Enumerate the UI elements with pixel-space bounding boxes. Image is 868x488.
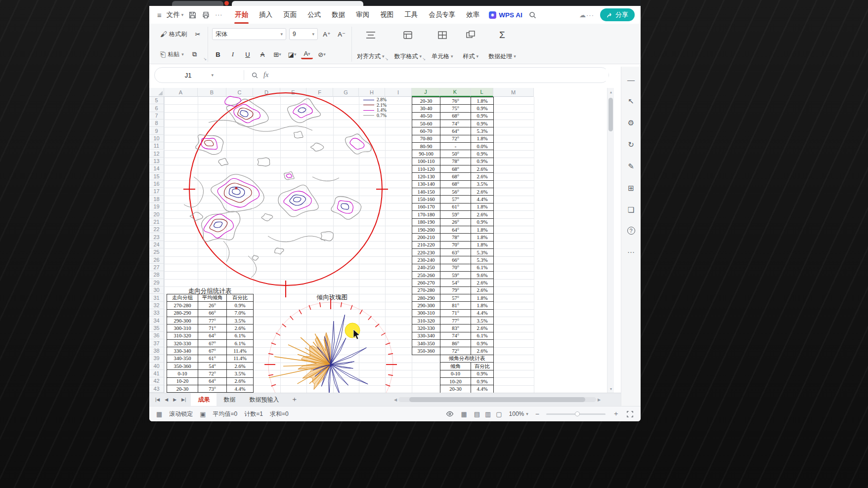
- cell[interactable]: 50-60: [412, 120, 440, 127]
- pen-icon[interactable]: ✎: [626, 162, 636, 171]
- cell[interactable]: 68°: [440, 165, 471, 173]
- font-color-button[interactable]: A▾: [301, 49, 313, 59]
- cell[interactable]: 90-100: [412, 150, 440, 158]
- ribbon-tab-工具[interactable]: 工具: [400, 6, 422, 24]
- cell[interactable]: 80-90: [412, 143, 440, 150]
- cell[interactable]: 50°: [440, 150, 471, 158]
- cell[interactable]: 百分比: [227, 294, 254, 302]
- cell[interactable]: 百分比: [471, 363, 494, 370]
- sheet-tab-成果[interactable]: 成果: [191, 393, 217, 407]
- cell[interactable]: 72°: [440, 347, 471, 355]
- cell[interactable]: 340-350: [167, 355, 198, 363]
- more-quick-actions-icon[interactable]: ···: [215, 11, 222, 18]
- share-button[interactable]: 分享: [600, 8, 635, 21]
- fx-icon[interactable]: fx: [263, 71, 268, 79]
- cell[interactable]: 66°: [198, 310, 227, 317]
- cell[interactable]: 67°: [198, 340, 227, 347]
- eye-icon[interactable]: [446, 410, 454, 418]
- book-icon[interactable]: ❏: [626, 205, 636, 215]
- dialog-launcher-icon[interactable]: ↘: [203, 57, 207, 61]
- vertical-scrollbar[interactable]: ▴ ▾: [607, 88, 614, 393]
- scroll-right-icon[interactable]: ▶: [596, 396, 602, 403]
- cell[interactable]: 0.9%: [471, 340, 494, 347]
- cloud-status-icon[interactable]: ☁···: [579, 11, 594, 19]
- wps-ai-button[interactable]: WPS AI: [489, 11, 522, 19]
- cell[interactable]: 0.9%: [471, 150, 494, 158]
- cell[interactable]: 0.9%: [471, 158, 494, 165]
- cell[interactable]: 67°: [198, 347, 227, 355]
- cell[interactable]: 64°: [198, 332, 227, 340]
- cell[interactable]: 71°: [198, 325, 227, 332]
- cell[interactable]: 220-230: [412, 249, 440, 256]
- document-tab-active[interactable]: [232, 1, 363, 6]
- dialog-launcher-icon[interactable]: ↘: [422, 57, 426, 61]
- cell[interactable]: 走向分组: [167, 294, 198, 302]
- search-icon[interactable]: [528, 11, 537, 19]
- cell[interactable]: 76°: [440, 97, 471, 105]
- zoom-in-button[interactable]: ＋: [612, 409, 619, 418]
- cell[interactable]: 86°: [440, 340, 471, 347]
- cell[interactable]: 54°: [440, 279, 471, 286]
- cell[interactable]: 71°: [440, 310, 471, 317]
- cell[interactable]: 59°: [440, 272, 471, 279]
- cell[interactable]: 140-150: [412, 188, 440, 196]
- zoom-formula-icon[interactable]: [251, 72, 259, 79]
- cell[interactable]: 4.4%: [471, 385, 494, 393]
- cell[interactable]: 1.8%: [471, 135, 494, 143]
- more-icon[interactable]: ···: [626, 246, 636, 256]
- cell[interactable]: 26°: [198, 302, 227, 309]
- cell[interactable]: 20-30: [440, 385, 471, 393]
- cell[interactable]: 190-200: [412, 226, 440, 234]
- cell[interactable]: 0-10: [167, 370, 198, 377]
- cell[interactable]: 9.6%: [471, 272, 494, 279]
- cell[interactable]: 0.9%: [471, 120, 494, 127]
- rotate-icon[interactable]: ↻: [626, 140, 636, 150]
- cell[interactable]: 83°: [440, 325, 471, 332]
- cell[interactable]: 63°: [440, 249, 471, 256]
- cell[interactable]: 330-340: [167, 347, 198, 355]
- last-sheet-button[interactable]: ▶|: [181, 397, 186, 402]
- scroll-down-icon[interactable]: ▾: [608, 386, 614, 392]
- underline-button[interactable]: U: [242, 48, 254, 60]
- cell[interactable]: 57°: [440, 294, 471, 302]
- cell[interactable]: 270-280: [167, 302, 198, 309]
- cell[interactable]: 77°: [198, 317, 227, 325]
- cell[interactable]: 2.6%: [471, 188, 494, 196]
- ribbon-tab-视图[interactable]: 视图: [376, 6, 398, 24]
- cell[interactable]: 11.4%: [227, 355, 254, 363]
- cell[interactable]: 240-250: [412, 264, 440, 272]
- cell[interactable]: 74°: [440, 120, 471, 127]
- fullscreen-icon[interactable]: [626, 410, 634, 418]
- cell[interactable]: 0.9%: [471, 219, 494, 226]
- cell[interactable]: 3.5%: [471, 181, 494, 188]
- increase-font-button[interactable]: A⁺: [321, 28, 333, 40]
- cell[interactable]: 78°: [440, 234, 471, 241]
- cell[interactable]: 2.6%: [471, 173, 494, 180]
- zoom-slider-handle[interactable]: [575, 411, 580, 416]
- file-menu[interactable]: 文件▾: [167, 10, 184, 19]
- ribbon-tab-页面[interactable]: 页面: [279, 6, 301, 24]
- cell[interactable]: 1.8%: [471, 226, 494, 234]
- cell[interactable]: 4.4%: [227, 385, 254, 393]
- dip-stats-table[interactable]: 倾角分布统计表倾角百分比0-100.9%10-200.9%20-304.4%: [440, 355, 494, 393]
- cell[interactable]: 280-290: [412, 294, 440, 302]
- cells-group[interactable]: 单元格▾: [427, 27, 458, 62]
- strikethrough-button[interactable]: A: [257, 48, 268, 60]
- strike-stats-table[interactable]: 走向分组平均倾角百分比270-28026°0.9%280-29066°7.0%2…: [167, 294, 254, 393]
- document-tab-inactive[interactable]: [172, 1, 223, 6]
- cell[interactable]: 11.4%: [227, 347, 254, 355]
- cell[interactable]: 30-40: [412, 105, 440, 112]
- cell[interactable]: 0.9%: [471, 105, 494, 112]
- cell[interactable]: 2.6%: [471, 347, 494, 355]
- data-processing-group[interactable]: Σ 数据处理▾: [483, 27, 521, 62]
- cell[interactable]: 26°: [440, 219, 471, 226]
- cell[interactable]: 1.8%: [471, 294, 494, 302]
- cell[interactable]: 70-80: [412, 135, 440, 143]
- cell[interactable]: 6.1%: [227, 340, 254, 347]
- cell[interactable]: 330-340: [412, 332, 440, 340]
- cell[interactable]: 60-70: [412, 127, 440, 135]
- cell[interactable]: 1.8%: [471, 203, 494, 211]
- cell[interactable]: 0.9%: [471, 370, 494, 378]
- cell[interactable]: 75°: [440, 105, 471, 112]
- cell[interactable]: 77°: [440, 317, 471, 325]
